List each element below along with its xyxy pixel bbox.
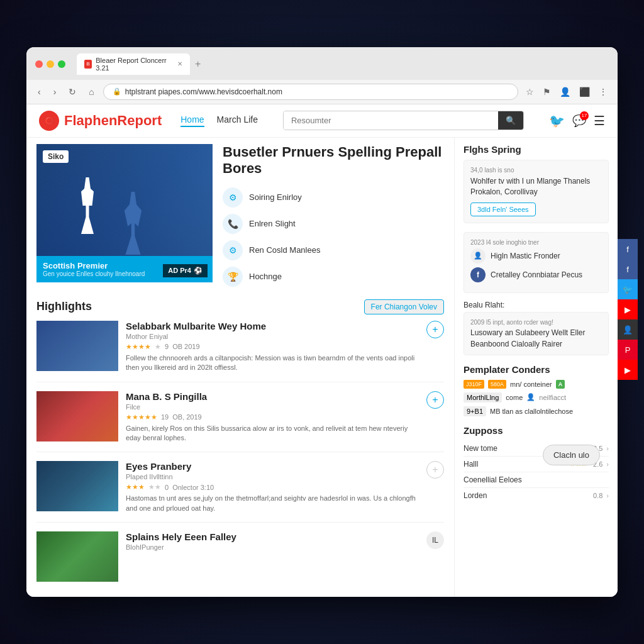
hero-image: Siko Scottish Premier Gen youice Enlles …: [36, 144, 213, 282]
minimize-button[interactable]: [47, 60, 54, 68]
feature-text-1: Soiring Enirloy: [249, 192, 302, 202]
nav-march-life[interactable]: March Life: [217, 114, 258, 127]
hero-section: Siko Scottish Premier Gen youice Enlles …: [26, 138, 454, 293]
site-logo: ⭕ FlaphenReport: [39, 111, 162, 131]
hero-ad-ball: ⚽: [194, 267, 203, 275]
trending-arrow-1[interactable]: ›: [606, 445, 609, 452]
sidebar-section-popular: Pemplater Conders J310F 580A mn/ contein…: [464, 364, 609, 416]
feature-item-2: 📞 Enlren Slight: [223, 214, 444, 234]
thumb-team-image: [36, 391, 118, 441]
trending-name-3: Coenellial Eeloes: [464, 475, 602, 484]
popup-bubble[interactable]: Clacln ulo: [543, 445, 600, 465]
trending-arrow-4[interactable]: ›: [606, 492, 609, 499]
feature-icon-4: 🏆: [223, 267, 243, 287]
sidebar-item-text-1: Higln Mastic Fronder: [491, 252, 560, 260]
sidebar-flights-title: Flghs Spring: [464, 144, 609, 155]
close-button[interactable]: [35, 60, 43, 68]
hero-info: Busetler Prnuers Spelling Prepall Bores …: [223, 144, 444, 287]
feature-item-4: 🏆 Hochnge: [223, 267, 444, 287]
search-button[interactable]: 🔍: [498, 111, 523, 130]
add-button-3[interactable]: +: [426, 461, 444, 479]
feature-icon-1: ⚙: [223, 187, 243, 208]
highlight-content-4: Splains Hely Eeen Falley BlohIPunger: [126, 531, 419, 582]
rating-row-1: ★★★★ ★ 9 OB 2019: [126, 343, 419, 351]
address-bar[interactable]: 🔒 htplstrant piapes.com/www.hevisdcoerha…: [103, 84, 518, 100]
forward-button[interactable]: ›: [50, 84, 60, 99]
new-tab-button[interactable]: +: [192, 56, 203, 72]
highlights-section: Highlights Fer Chiangon Volev Selabbark …: [26, 293, 454, 597]
menu-icon[interactable]: ☰: [594, 113, 605, 128]
tab-close-button[interactable]: ✕: [177, 60, 182, 67]
popular-label-3: MB tlan as clallolntilechose: [490, 408, 573, 415]
highlight-item-1: Selabbark Mulbarite Wey Home Mothor Eniy…: [36, 321, 444, 382]
reload-button[interactable]: ↻: [65, 84, 80, 99]
highlight-sub-3: Plaped IIvllttinn: [126, 473, 419, 480]
browser-toolbar: ‹ › ↻ ⌂ 🔒 htplstrant piapes.com/www.hevi…: [26, 80, 618, 104]
flights-timestamp: 34,0 lash is sno: [470, 167, 602, 174]
browser-tabs: B Bleaer Report Cloncerr 3.21 ✕ +: [77, 53, 203, 75]
browser-titlebar: B Bleaer Report Cloncerr 3.21 ✕ +: [26, 47, 618, 80]
hero-ad: AD Pr4 ⚽: [163, 264, 208, 277]
tab-favicon: B: [84, 60, 92, 69]
logo-icon-text: ⭕: [45, 116, 54, 125]
rating-num-2: 19: [161, 413, 169, 421]
back-button[interactable]: ‹: [34, 84, 45, 99]
highlight-desc-1: Follew the chnnooreh ards a ciltanpocish…: [126, 353, 419, 373]
popular-tag-1b: 580A: [488, 380, 506, 389]
trending-name-4: Lorden: [464, 491, 587, 500]
highlights-title: Highlights: [36, 300, 92, 313]
twitter-icon[interactable]: 🐦: [549, 113, 565, 128]
sidebar-item-text-2: Cretalley Connbiatar Pecus: [491, 270, 582, 279]
stars-3: ★★★: [126, 483, 145, 491]
highlight-title-3: Eyes Pranbery: [126, 461, 419, 472]
feature-item-3: ⚙ Ren Cosld Manlees: [223, 240, 444, 260]
tab-title: Bleaer Report Cloncerr 3.21: [96, 57, 171, 72]
third-item-2: Beanboond Cialoally Rairer: [470, 340, 602, 348]
site-header: ⭕ FlaphenReport Home March Life 🔍 🐦 💬 17…: [26, 104, 618, 138]
highlight-thumb-3: [36, 461, 118, 511]
bookmark-icon[interactable]: ⚑: [540, 84, 553, 99]
nav-home[interactable]: Home: [180, 114, 204, 127]
highlight-sub-1: Mothor Eniyal: [126, 333, 419, 340]
trending-arrow-2[interactable]: ›: [606, 460, 609, 468]
bookmark-star-icon[interactable]: ☆: [523, 84, 536, 99]
more-button[interactable]: ⋮: [596, 84, 610, 99]
third-timestamp: 2009 l5 inpt, aonto rcder wag!: [470, 319, 602, 326]
page-content: ⭕ FlaphenReport Home March Life 🔍 🐦 💬 17…: [26, 104, 618, 597]
highlight-title-1: Selabbark Mulbarite Wey Home: [126, 321, 419, 331]
highlight-thumb-2: [36, 391, 118, 441]
feature-text-2: Enlren Slight: [249, 219, 296, 228]
highlight-item-4: Splains Hely Eeen Falley BlohIPunger IL: [36, 531, 444, 582]
hero-ad-label: AD Pr4: [168, 267, 191, 274]
popular-badge-1: A: [556, 380, 565, 389]
thumb-stadium-image: [36, 461, 118, 511]
add-button-2[interactable]: +: [426, 391, 444, 409]
logo-text: FlaphenReport: [64, 113, 162, 129]
browser-tab[interactable]: B Bleaer Report Cloncerr 3.21 ✕: [77, 53, 190, 75]
add-button-4[interactable]: IL: [426, 531, 444, 549]
highlight-title-4: Splains Hely Eeen Falley: [126, 531, 419, 542]
highlights-view-all[interactable]: Fer Chiangon Volev: [364, 299, 444, 314]
popular-tag-1a: J310F: [464, 380, 484, 389]
account-icon[interactable]: 👤: [557, 84, 573, 99]
maximize-button[interactable]: [58, 60, 65, 68]
notifications-badge: 17: [580, 111, 589, 120]
hero-logo: Siko: [43, 150, 69, 163]
add-button-1[interactable]: +: [426, 321, 444, 338]
highlight-content-1: Selabbark Mulbarite Wey Home Mothor Eniy…: [126, 321, 419, 373]
sidebar-item-icon-1: 👤: [470, 248, 486, 264]
popular-tag-2: MorthlLlng: [464, 392, 502, 402]
thumb-soccer-image: [36, 321, 118, 371]
home-button[interactable]: ⌂: [85, 84, 97, 99]
feature-text-3: Ren Cosld Manlees: [249, 245, 320, 255]
lock-icon: 🔒: [113, 87, 121, 96]
highlight-content-2: Mana B. S Pingilla Filce ★★★★★ 19 OB, 20…: [126, 391, 419, 443]
extension-icon[interactable]: ⬛: [577, 84, 592, 99]
rating-num-1: 9: [165, 343, 169, 350]
search-input[interactable]: [284, 111, 498, 130]
highlight-item-2: Mana B. S Pingilla Filce ★★★★★ 19 OB, 20…: [36, 391, 444, 453]
flights-action-btn[interactable]: 3dld Feln' Seees: [470, 203, 536, 216]
popular-title: Pemplater Conders: [464, 364, 609, 375]
stars-empty-1: ★: [155, 343, 161, 351]
notifications-icon[interactable]: 💬 17: [572, 114, 586, 128]
